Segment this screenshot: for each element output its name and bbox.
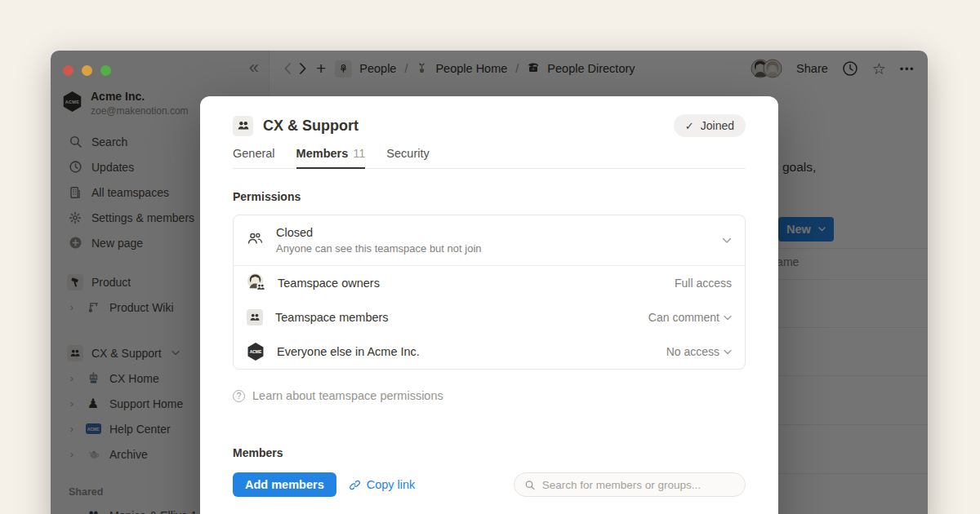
chevron-down-icon [724, 349, 732, 355]
question-circle-icon: ? [233, 390, 245, 402]
permission-row-members[interactable]: Teamspace members Can comment [234, 300, 745, 335]
link-icon [349, 479, 361, 491]
permission-access-level: Full access [675, 277, 732, 290]
minimize-window-icon[interactable] [82, 65, 92, 76]
member-search-input[interactable] [542, 479, 735, 491]
permissions-heading: Permissions [233, 190, 746, 203]
owners-avatar [247, 273, 265, 295]
modal-title: CX & Support [263, 117, 359, 135]
check-icon: ✓ [685, 120, 694, 132]
permission-access-dropdown[interactable]: Can comment [648, 311, 732, 324]
zoom-window-icon[interactable] [100, 65, 111, 76]
people-outline-icon [247, 230, 264, 250]
window-controls [63, 65, 111, 76]
permission-row-everyone[interactable]: ACME Everyone else in Acme Inc. No acces… [234, 335, 745, 369]
tab-general[interactable]: General [233, 147, 275, 168]
members-heading: Members [233, 446, 746, 459]
tab-security[interactable]: Security [386, 147, 429, 168]
close-window-icon[interactable] [63, 65, 74, 76]
copy-link-button[interactable]: Copy link [349, 478, 416, 491]
teamspace-access-dropdown[interactable]: Closed Anyone can see this teamspace but… [234, 215, 745, 265]
acme-badge-icon: ACME [247, 343, 265, 361]
permission-row-label: Everyone else in Acme Inc. [277, 345, 420, 358]
teamspace-people-icon [233, 116, 253, 136]
permission-row-label: Teamspace members [275, 311, 389, 324]
permissions-card: Closed Anyone can see this teamspace but… [233, 215, 746, 370]
members-count: 11 [353, 147, 365, 160]
people-icon [247, 309, 263, 326]
app-window: « ACME Acme Inc. zoe@makenotion.com Sear… [51, 51, 928, 514]
learn-permissions-link[interactable]: ? Learn about teamspace permissions [233, 389, 746, 402]
modal-tabs: General Members11 Security [233, 147, 746, 169]
chevron-down-icon [724, 315, 732, 321]
access-level-title: Closed [276, 226, 482, 239]
permission-access-dropdown[interactable]: No access [666, 345, 732, 358]
member-search [514, 472, 746, 497]
teamspace-settings-modal: CX & Support ✓ Joined General Members11 … [200, 96, 778, 514]
access-level-subtitle: Anyone can see this teamspace but not jo… [276, 242, 482, 255]
permission-row-owners[interactable]: Teamspace owners Full access [234, 266, 745, 300]
joined-button[interactable]: ✓ Joined [674, 114, 746, 137]
add-members-button[interactable]: Add members [233, 472, 336, 497]
search-icon [524, 479, 536, 491]
tab-members[interactable]: Members11 [296, 147, 366, 169]
permission-row-label: Teamspace owners [278, 277, 380, 290]
chevron-down-icon [722, 237, 732, 244]
